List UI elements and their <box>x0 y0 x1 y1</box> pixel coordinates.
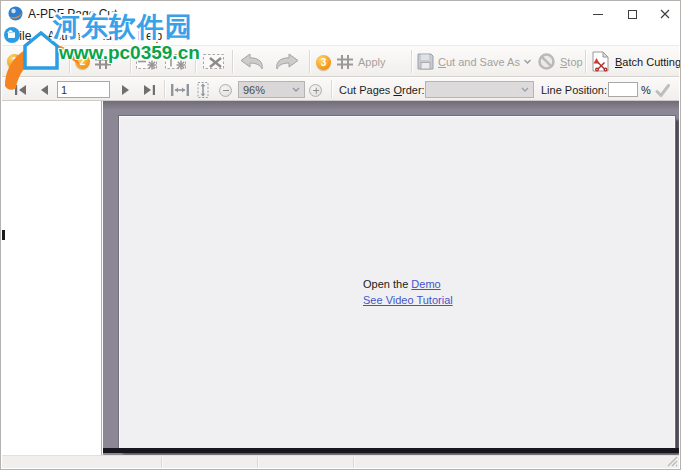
plus-icon <box>315 88 316 94</box>
thumbnail-panel <box>2 101 102 455</box>
open-pdf-button[interactable]: 1 <box>5 48 52 75</box>
checkmark-icon <box>655 84 670 97</box>
minus-icon <box>223 90 229 91</box>
app-icon <box>8 6 23 21</box>
minimize-icon <box>593 14 603 15</box>
window-title: A-PDF Page Cut <box>28 7 117 21</box>
step3-badge: 3 <box>316 55 331 70</box>
maximize-button[interactable] <box>615 1 649 27</box>
open-the-text: Open the <box>363 278 411 290</box>
nav-toolbar: 96% Cut Pages Order: Line Position: % <box>2 78 679 101</box>
percent-label: % <box>641 84 651 96</box>
fit-page-button[interactable] <box>193 81 213 99</box>
step2-badge: 2 <box>75 54 90 69</box>
zoom-in-button[interactable] <box>309 84 322 97</box>
cut-and-save-button[interactable]: Cut and Save As <box>415 48 533 75</box>
statusbar-separator <box>257 457 258 468</box>
toolbar-separator <box>164 80 165 98</box>
fit-page-icon <box>196 81 210 99</box>
page-number-input[interactable] <box>57 81 110 98</box>
close-button[interactable] <box>649 1 681 27</box>
toolbar-separator <box>130 50 131 73</box>
demo-line: Open the Demo <box>363 276 453 292</box>
add-vertical-line-button[interactable] <box>162 48 190 75</box>
apply-grid-icon <box>336 54 354 70</box>
welcome-message: Open the Demo See Video Tutorial <box>363 276 453 308</box>
line-position-input[interactable] <box>608 82 638 97</box>
zoom-level-combobox[interactable]: 96% <box>238 81 305 98</box>
menu-file[interactable]: File <box>4 28 39 44</box>
menu-rule[interactable]: Rule <box>89 28 130 44</box>
resize-grip[interactable] <box>667 456 678 467</box>
video-line: See Video Tutorial <box>363 292 453 308</box>
last-page-icon <box>142 84 156 96</box>
app-window: A-PDF Page Cut File Action Rule Help 1 2 <box>0 0 681 470</box>
save-floppy-icon <box>417 53 434 70</box>
previous-page-icon <box>38 84 50 96</box>
batch-cutting-button[interactable]: Batch Cutting... <box>588 48 681 75</box>
line-position-label: Line Position: <box>541 84 607 96</box>
pdf-page: Open the Demo See Video Tutorial <box>119 116 675 450</box>
chevron-down-icon <box>521 87 529 92</box>
chevron-down-icon <box>292 87 300 92</box>
batch-cutting-label: Batch Cutting... <box>615 56 681 68</box>
apply-button[interactable]: Apply <box>334 48 388 75</box>
cut-pages-order-label: Cut Pages Order: <box>339 84 425 96</box>
minimize-button[interactable] <box>581 1 615 27</box>
first-page-button[interactable] <box>12 81 30 99</box>
toolbar-separator <box>69 50 70 73</box>
menu-action[interactable]: Action <box>39 28 88 44</box>
cut-grid-icon <box>94 54 112 70</box>
redo-icon <box>274 53 300 70</box>
toolbar-separator <box>232 50 233 73</box>
last-page-button[interactable] <box>140 81 158 99</box>
add-horizontal-line-button[interactable] <box>133 48 161 75</box>
titlebar: A-PDF Page Cut <box>1 1 680 27</box>
statusbar-separator <box>353 457 354 468</box>
toolbar-separator <box>331 80 332 98</box>
previous-page-button[interactable] <box>36 81 52 99</box>
define-cut-lines-button[interactable]: 2 <box>73 48 114 75</box>
main-toolbar: 1 2 <box>2 45 679 77</box>
stop-button[interactable]: Stop <box>535 48 585 75</box>
apply-line-position-button[interactable] <box>653 81 671 99</box>
fit-width-icon <box>170 83 190 97</box>
demo-link[interactable]: Demo <box>411 278 440 290</box>
undo-button[interactable] <box>237 48 267 75</box>
statusbar-separator <box>161 457 162 468</box>
batch-pdf-icon <box>590 51 611 72</box>
statusbar <box>2 455 679 468</box>
toolbar-separator <box>195 50 196 73</box>
open-folder-icon <box>26 52 50 71</box>
apply-label: Apply <box>358 56 386 68</box>
toolbar-separator <box>309 50 310 73</box>
stop-icon <box>537 52 556 71</box>
toolbar-separator <box>585 50 586 73</box>
menu-help[interactable]: Help <box>129 28 170 44</box>
next-page-button[interactable] <box>118 81 134 99</box>
menubar: File Action Rule Help <box>2 27 679 45</box>
add-vertical-line-icon <box>164 53 188 71</box>
dropdown-arrow-icon <box>524 59 531 64</box>
add-horizontal-line-icon <box>135 53 159 71</box>
first-page-icon <box>14 84 28 96</box>
video-tutorial-link[interactable]: See Video Tutorial <box>363 294 453 306</box>
redo-button[interactable] <box>272 48 302 75</box>
zoom-out-button[interactable] <box>219 84 232 97</box>
zoom-level-value: 96% <box>243 84 265 96</box>
toolbar-separator <box>411 50 412 73</box>
delete-line-icon <box>202 53 226 71</box>
close-icon <box>660 9 670 19</box>
cut-and-save-label: Cut and Save As <box>438 56 520 68</box>
cut-pages-order-combobox[interactable] <box>425 81 534 98</box>
undo-icon <box>239 53 265 70</box>
main-area: Open the Demo See Video Tutorial <box>2 101 679 455</box>
preview-canvas[interactable]: Open the Demo See Video Tutorial <box>103 101 679 455</box>
maximize-icon <box>628 10 637 19</box>
fit-width-button[interactable] <box>169 81 191 99</box>
step1-badge: 1 <box>7 54 22 69</box>
delete-line-button[interactable] <box>200 48 228 75</box>
next-page-icon <box>120 84 132 96</box>
edge-artifact <box>2 230 5 240</box>
stop-label: Stop <box>560 56 583 68</box>
